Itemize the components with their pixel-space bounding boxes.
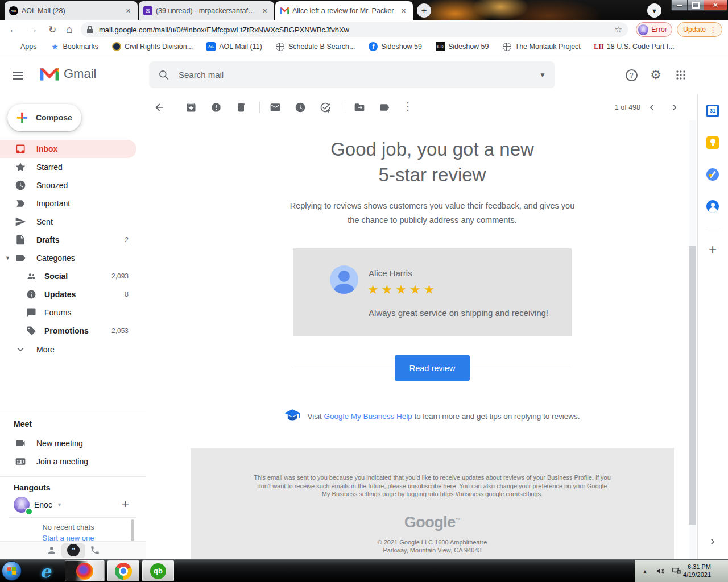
search-input[interactable]	[177, 69, 531, 80]
new-tab-button[interactable]: +	[417, 3, 431, 18]
bookmark-apps[interactable]: Apps	[8, 42, 37, 51]
sidebar-item-categories[interactable]: ▼ Categories	[0, 249, 136, 267]
chrome-update-button[interactable]: Update ⋮	[677, 22, 722, 37]
chevron-down-icon[interactable]: ▼	[57, 502, 62, 508]
tab-aol-unread[interactable]: ✉ (39 unread) - mrpackersantafe@ ✕	[139, 1, 274, 20]
hangouts-user-row[interactable]: Enoc ▼	[14, 497, 62, 513]
bookmark-bookmarks[interactable]: ★ Bookmarks	[51, 42, 99, 51]
address-bar[interactable]: ☆	[81, 22, 628, 37]
volume-icon[interactable]	[656, 567, 665, 576]
tab-gmail-review[interactable]: Alice left a review for Mr. Packer ✕	[275, 1, 413, 20]
unsubscribe-link[interactable]: unsubscribe here	[408, 483, 456, 489]
tab-close-icon[interactable]: ✕	[123, 6, 133, 16]
collapse-panel-chevron-icon[interactable]	[706, 535, 719, 548]
sidebar-item-drafts[interactable]: Drafts 2	[0, 231, 136, 249]
bookmark-civil-rights[interactable]: Civil Rights Division...	[112, 42, 193, 51]
bookmark-aol-mail[interactable]: Aol. AOL Mail (11)	[206, 42, 262, 51]
keep-icon[interactable]	[706, 136, 719, 149]
bookmark-schedule-b[interactable]: Schedule B Search...	[276, 42, 355, 51]
tasks-icon[interactable]	[706, 168, 719, 181]
chat-scrollbar-thumb[interactable]	[131, 519, 134, 541]
bookmark-us-code[interactable]: LII 18 U.S. Code Part I...	[594, 42, 675, 51]
delete-icon[interactable]	[235, 102, 247, 113]
tab-close-icon[interactable]: ✕	[399, 6, 408, 16]
sidebar-item-promotions[interactable]: Promotions 2,053	[0, 322, 136, 340]
report-spam-icon[interactable]	[210, 102, 222, 113]
back-to-inbox-icon[interactable]	[154, 102, 165, 113]
move-to-icon[interactable]	[354, 102, 365, 113]
sidebar-item-join-meeting[interactable]: Join a meeting	[0, 452, 136, 471]
taskbar-clock[interactable]: 6:31 PM 4/19/2021	[683, 563, 711, 579]
help-icon[interactable]: ?	[620, 64, 643, 86]
sidebar-item-starred[interactable]: Starred	[0, 158, 136, 176]
bookmark-sideshow-2[interactable]: B.I.D Sideshow 59	[436, 42, 489, 51]
read-review-button[interactable]: Read review	[395, 355, 470, 381]
sidebar-item-updates[interactable]: Updates 8	[0, 285, 136, 304]
internet-explorer-icon[interactable]: e	[33, 562, 58, 581]
sidebar-item-new-meeting[interactable]: New meeting	[0, 434, 136, 452]
mark-unread-icon[interactable]	[270, 102, 281, 113]
bookmark-sideshow-fb[interactable]: f Sideshow 59	[369, 42, 422, 51]
newer-email-icon[interactable]	[646, 102, 657, 113]
collapse-caret-icon[interactable]: ▼	[5, 255, 10, 261]
hamburger-menu-icon[interactable]	[13, 69, 23, 82]
settings-link[interactable]: https://business.google.com/settings	[440, 490, 541, 497]
sidebar-item-inbox[interactable]: Inbox	[0, 140, 136, 158]
compose-button[interactable]: Compose	[7, 104, 81, 131]
back-icon[interactable]: ←	[5, 20, 23, 39]
older-email-icon[interactable]	[669, 102, 680, 113]
firefox-taskbar-button[interactable]	[65, 560, 105, 581]
hangouts-tab-icon[interactable]: ”	[67, 544, 80, 556]
clock-icon	[15, 180, 26, 191]
tab-aol-mail[interactable]: Aol. AOL Mail (28) ✕	[5, 1, 138, 20]
url-input[interactable]	[98, 25, 615, 35]
media-controls-button[interactable]: ▼	[647, 3, 661, 18]
reload-icon[interactable]: ↻	[43, 20, 61, 39]
sidebar-item-sent[interactable]: Sent	[0, 213, 136, 231]
google-apps-grid-icon[interactable]	[669, 64, 692, 86]
minimize-button[interactable]	[671, 0, 688, 11]
profile-error-button[interactable]: Error	[636, 22, 672, 37]
bookmark-star-icon[interactable]: ☆	[615, 24, 622, 35]
archive-icon[interactable]	[185, 102, 197, 113]
compose-label: Compose	[36, 113, 72, 122]
settings-gear-icon[interactable]: ⚙	[644, 64, 667, 86]
close-button[interactable]: ✕	[704, 0, 727, 11]
snooze-icon[interactable]	[295, 102, 306, 113]
scrollbar-thumb[interactable]	[689, 246, 696, 525]
labels-icon[interactable]	[379, 102, 390, 113]
contacts-tab-icon[interactable]	[47, 545, 57, 555]
important-marker-icon	[15, 198, 26, 209]
bookmark-label: Sideshow 59	[448, 43, 489, 51]
add-to-tasks-icon[interactable]	[320, 102, 331, 113]
tray-expand-icon[interactable]: ▲	[642, 568, 648, 575]
window-controls: ✕	[671, 0, 727, 11]
sidebar-item-more[interactable]: More	[0, 340, 136, 359]
new-conversation-plus-icon[interactable]: +	[122, 497, 129, 512]
sidebar-item-social[interactable]: Social 2,093	[0, 267, 136, 285]
tab-title: AOL Mail (28)	[22, 7, 120, 15]
sidebar-item-snoozed[interactable]: Snoozed	[0, 176, 136, 194]
calendar-icon[interactable]: 31	[706, 104, 719, 118]
home-icon[interactable]: ⌂	[60, 20, 78, 39]
more-options-icon[interactable]: ⋮	[403, 100, 413, 113]
sidebar-item-important[interactable]: Important	[0, 194, 136, 213]
contacts-icon[interactable]	[706, 199, 719, 213]
search-bar[interactable]: ▼	[149, 61, 555, 88]
start-button[interactable]	[2, 561, 22, 581]
chrome-taskbar-button[interactable]	[107, 560, 139, 581]
get-addons-plus-icon[interactable]: +	[706, 243, 719, 256]
tab-close-icon[interactable]: ✕	[260, 6, 270, 16]
forward-icon[interactable]: →	[24, 20, 42, 39]
quickbooks-taskbar-button[interactable]: qb	[142, 560, 174, 581]
restore-button[interactable]	[688, 0, 704, 11]
gmb-help-link[interactable]: Google My Business Help	[324, 412, 412, 421]
minimize-icon	[677, 5, 682, 6]
chat-icon	[26, 307, 36, 318]
seal-icon	[112, 42, 121, 51]
search-options-icon[interactable]: ▼	[539, 71, 546, 79]
network-icon[interactable]	[672, 567, 681, 576]
bookmark-montauk[interactable]: The Montauk Project	[503, 42, 581, 51]
sidebar-item-forums[interactable]: Forums	[0, 304, 136, 322]
phone-tab-icon[interactable]	[90, 545, 100, 555]
